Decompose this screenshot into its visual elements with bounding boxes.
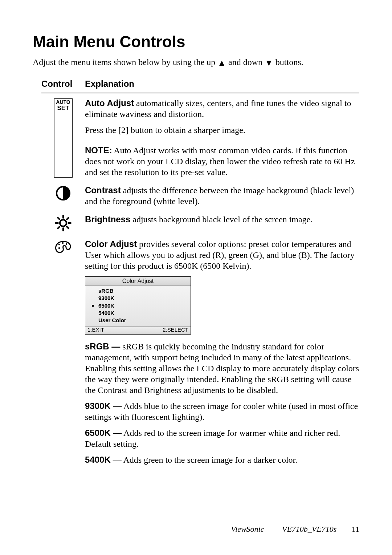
contrast-icon <box>56 186 71 207</box>
entry-auto-adjust: AUTO SET Auto Adjust automatically sizes… <box>41 98 359 178</box>
auto-adjust-note: NOTE: Auto Adjust works with most common… <box>85 145 359 178</box>
contrast-desc: adjusts the difference between the image… <box>85 186 354 206</box>
osd-body: sRGB 9300K 6500K 5400K User Color <box>85 286 191 326</box>
triangle-up-icon: ▲ <box>217 58 226 68</box>
brightness-label: Brightness <box>85 214 130 224</box>
header-rule <box>41 93 359 93</box>
entry-color-adjust: Color Adjust provides several color opti… <box>41 239 359 465</box>
intro-text: Adjust the menu items shown below by usi… <box>33 57 359 68</box>
svg-line-7 <box>67 227 69 228</box>
document-page: Main Menu Controls Adjust the menu items… <box>0 0 392 555</box>
color-adjust-label: Color Adjust <box>85 239 137 249</box>
footer-page-number: 11 <box>352 524 359 534</box>
auto-adjust-p1: Auto Adjust automatically sizes, centers… <box>85 98 359 119</box>
osd-footer: 1:EXIT 2:SELECT <box>85 326 191 334</box>
contrast-label: Contrast <box>85 185 121 195</box>
svg-line-6 <box>58 218 60 219</box>
svg-point-1 <box>60 220 66 226</box>
k9300-para: 9300K — Adds blue to the screen image fo… <box>85 401 359 422</box>
srgb-para: sRGB — sRGB is quickly becoming the indu… <box>85 341 359 396</box>
note-label: NOTE: <box>85 145 112 155</box>
k9300-text: Adds blue to the screen image for cooler… <box>85 401 358 422</box>
osd-item-srgb: sRGB <box>85 287 191 295</box>
osd-item-5400k: 5400K <box>85 309 191 317</box>
svg-line-9 <box>58 227 60 228</box>
color-adjust-text: Color Adjust provides several color opti… <box>85 239 359 271</box>
color-adjust-icon <box>54 239 72 465</box>
page-footer: ViewSonic VE710b_VE710s 11 <box>231 524 359 534</box>
svg-point-10 <box>58 244 60 245</box>
svg-point-11 <box>62 242 64 244</box>
brightness-text: Brightness adjusts background black leve… <box>85 214 359 225</box>
brightness-desc: adjusts background black level of the sc… <box>130 215 313 224</box>
osd-item-6500k: 6500K <box>85 302 191 309</box>
svg-point-12 <box>66 243 67 245</box>
header-control: Control <box>41 79 85 89</box>
header-explanation: Explanation <box>85 79 359 89</box>
table-headers: Control Explanation <box>41 79 359 89</box>
svg-point-13 <box>58 247 60 249</box>
intro-mid: and down <box>226 57 265 67</box>
autoset-line2: SET <box>56 105 70 112</box>
osd-select: 2:SELECT <box>163 327 188 333</box>
k6500-label: 6500K — <box>85 428 122 438</box>
note-text: Auto Adjust works with most common video… <box>85 146 355 177</box>
intro-pre: Adjust the menu items shown below by usi… <box>33 57 217 67</box>
osd-color-adjust-menu: Color Adjust sRGB 9300K 6500K 5400K User… <box>85 276 191 335</box>
srgb-text: sRGB is quickly becoming the industry st… <box>85 342 359 395</box>
auto-adjust-label: Auto Adjust <box>85 98 134 108</box>
entry-brightness: Brightness adjusts background black leve… <box>41 214 359 231</box>
k5400-para: 5400K — Adds green to the screen image f… <box>85 454 359 465</box>
osd-exit: 1:EXIT <box>87 327 104 333</box>
k5400-dash: — <box>111 455 123 465</box>
k9300-label: 9300K — <box>85 401 122 411</box>
contrast-text: Contrast adjusts the difference between … <box>85 185 359 207</box>
footer-model: VE710b_VE710s <box>282 524 336 534</box>
osd-item-9300k: 9300K <box>85 295 191 302</box>
footer-brand: ViewSonic <box>231 524 264 534</box>
svg-line-8 <box>67 218 69 219</box>
auto-set-icon: AUTO SET <box>54 98 72 178</box>
osd-title: Color Adjust <box>85 277 191 286</box>
auto-adjust-p2: Press the [2] button to obtain a sharper… <box>85 125 359 135</box>
srgb-label: sRGB — <box>85 341 120 351</box>
brightness-icon <box>55 215 72 231</box>
k6500-para: 6500K — Adds red to the screen image for… <box>85 428 359 449</box>
k5400-text: Adds green to the screen image for a dar… <box>123 455 297 465</box>
osd-item-usercolor: User Color <box>85 317 191 324</box>
intro-post: buttons. <box>273 57 303 67</box>
k6500-text: Adds red to the screen image for warmer … <box>85 428 340 449</box>
k5400-label: 5400K <box>85 455 111 465</box>
triangle-down-icon: ▼ <box>265 58 273 68</box>
entry-contrast: Contrast adjusts the difference between … <box>41 185 359 207</box>
autoset-line1: AUTO <box>56 100 70 105</box>
page-title: Main Menu Controls <box>33 33 359 51</box>
